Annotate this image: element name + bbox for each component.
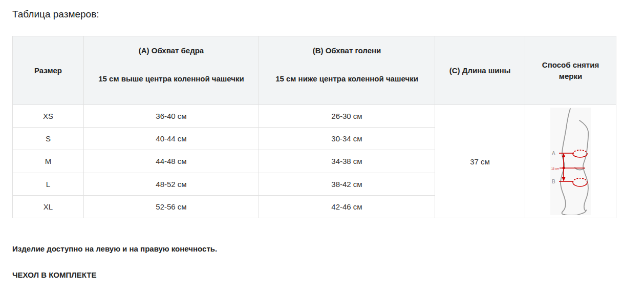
col-header-measuring-method: Способ снятия мерки [525, 36, 616, 105]
arrow-down-icon [562, 177, 565, 181]
col-header-thigh: (А) Обхват бедра 15 см выше центра колен… [84, 36, 259, 105]
size-table: Размер (А) Обхват бедра 15 см выше центр… [12, 36, 616, 218]
shin-cell: 42-46 см [259, 195, 435, 218]
thigh-cell: 48-52 см [84, 173, 259, 195]
note-availability: Изделие доступно на левую и на правую ко… [12, 244, 632, 254]
shin-cell: 38-42 см [259, 173, 435, 195]
table-row: XS 36-40 см 26-30 см 37 см [13, 105, 616, 128]
thigh-cell: 44-48 см [84, 150, 259, 173]
col-header-size-label: Размер [34, 66, 62, 75]
col-header-size: Размер [13, 36, 84, 105]
shin-cell: 30-34 см [259, 128, 435, 150]
thigh-header-title: (А) Обхват бедра [84, 45, 259, 56]
diagram-label-b: B [552, 179, 555, 184]
product-size-section: Таблица размеров: Размер (А) Обхват бедр… [0, 0, 644, 280]
shin-cell: 34-38 см [259, 150, 435, 173]
size-table-header-row: Размер (А) Обхват бедра 15 см выше центр… [13, 36, 616, 105]
thigh-cell: 52-56 см [84, 195, 259, 218]
knee-center-dot [562, 167, 565, 170]
thigh-cell: 40-44 см [84, 128, 259, 150]
splint-length-cell: 37 см [435, 105, 525, 218]
thigh-cell: 36-40 см [84, 105, 259, 128]
size-cell: L [13, 173, 84, 195]
diagram-label-a: A [552, 151, 555, 156]
note-cover: ЧЕХОЛ В КОМПЛЕКТЕ [12, 270, 632, 280]
measuring-method-header-label: Способ снятия мерки [542, 60, 599, 80]
thigh-header-subtitle: 15 см выше центра коленной чашечки [84, 73, 259, 85]
col-header-splint-length: (С) Длина шины [435, 36, 525, 105]
col-header-shin: (В) Обхват голени 15 см ниже центра коле… [259, 36, 435, 105]
calf-ellipse-dashed [573, 178, 587, 182]
shin-cell: 26-30 см [259, 105, 435, 128]
diagram-label-distance: 15 cm [551, 167, 560, 170]
shin-header-title: (В) Обхват голени [259, 45, 435, 56]
thigh-ellipse-dashed [573, 150, 587, 154]
leg-measurement-diagram: A B 15 cm [550, 108, 591, 215]
thigh-ellipse-solid [573, 154, 587, 157]
thigh-header-stack: (А) Обхват бедра 15 см выше центра колен… [84, 45, 259, 96]
size-cell: XL [13, 195, 84, 218]
size-cell: M [13, 150, 84, 173]
page-title: Таблица размеров: [12, 8, 632, 20]
size-cell: XS [13, 105, 84, 128]
shin-header-stack: (В) Обхват голени 15 см ниже центра коле… [259, 45, 435, 96]
splint-length-header-label: (С) Длина шины [449, 66, 511, 75]
size-cell: S [13, 128, 84, 150]
measurement-diagram-cell: A B 15 cm [525, 105, 616, 218]
shin-header-subtitle: 15 см ниже центра коленной чашечки [259, 73, 435, 85]
calf-ellipse-solid [573, 182, 587, 186]
leg-outline-icon [561, 109, 588, 215]
